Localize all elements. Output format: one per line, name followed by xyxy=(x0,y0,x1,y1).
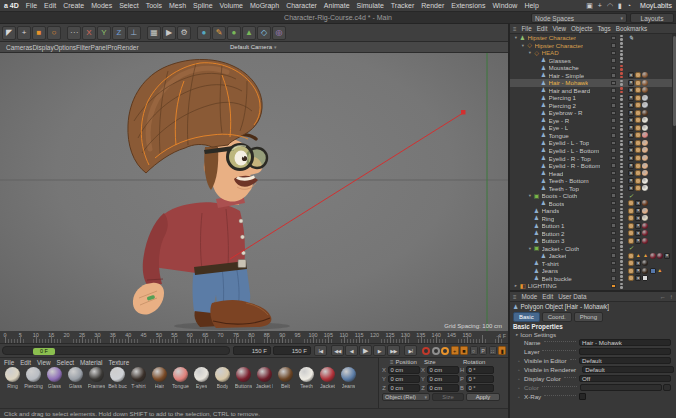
battery-icon[interactable]: ▮ xyxy=(618,2,622,10)
visibility-dots[interactable] xyxy=(618,72,625,78)
layer-chip[interactable] xyxy=(611,111,616,116)
weight-tag-icon[interactable]: × xyxy=(628,185,634,191)
viewport-menu-panel[interactable]: Panel xyxy=(91,44,108,51)
skin-tag-icon[interactable] xyxy=(635,170,641,176)
skin-tag-icon[interactable] xyxy=(628,230,634,236)
material-menu-texture[interactable]: Texture xyxy=(108,359,129,366)
material-tag-icon[interactable] xyxy=(642,140,648,146)
object-tree-item[interactable]: ♟Teeth - Top× xyxy=(510,184,676,192)
weight-tag-icon[interactable]: × xyxy=(635,260,641,266)
object-tree-item[interactable]: ♟Hair - Mohawk× xyxy=(510,79,676,87)
layer-chip[interactable] xyxy=(611,81,616,86)
skin-tag-icon[interactable] xyxy=(628,260,634,266)
lock-x-axis-button[interactable]: X xyxy=(82,26,96,40)
object-menu-tags[interactable]: Tags xyxy=(597,25,610,32)
material-tag-icon[interactable] xyxy=(642,223,648,229)
render-visibility-dot[interactable] xyxy=(620,128,622,130)
material-item[interactable]: Piercing xyxy=(23,367,44,389)
menu-window[interactable]: Window xyxy=(492,2,517,9)
visibility-dots[interactable] xyxy=(618,57,625,63)
object-tree-item[interactable]: ♟Piercing 2× xyxy=(510,102,676,110)
skin-tag-icon[interactable] xyxy=(635,87,641,93)
weight-tag-icon[interactable]: × xyxy=(628,72,634,78)
layer-chip[interactable] xyxy=(611,268,616,273)
menu-extensions[interactable]: Extensions xyxy=(451,2,485,9)
visible-editor-dropdown[interactable]: Default xyxy=(579,357,671,365)
visibility-dots[interactable] xyxy=(618,275,625,281)
layer-chip[interactable] xyxy=(611,156,616,161)
render-visibility-dot[interactable] xyxy=(620,241,622,243)
camera-hud[interactable]: Default Camera ▾ xyxy=(230,44,277,50)
menu-edit[interactable]: Edit xyxy=(44,2,56,9)
layer-chip[interactable] xyxy=(611,223,616,228)
weight-tag-icon[interactable]: × xyxy=(635,223,641,229)
render-visibility-dot[interactable] xyxy=(620,76,622,78)
layer-chip[interactable] xyxy=(611,133,616,138)
lock-z-axis-button[interactable]: Z xyxy=(112,26,126,40)
object-menu-edit[interactable]: Edit xyxy=(537,25,548,32)
editor-visibility-dot[interactable] xyxy=(620,275,622,277)
warning-icon[interactable]: ▲ xyxy=(635,253,641,259)
frame-field-1[interactable]: 150 F xyxy=(273,346,311,355)
render-picture-viewer-button[interactable]: ▶ xyxy=(162,26,176,40)
weight-tag-icon[interactable]: × xyxy=(628,132,634,138)
skin-tag-icon[interactable] xyxy=(628,238,634,244)
visibility-dots[interactable] xyxy=(618,245,625,251)
layer-chip[interactable] xyxy=(611,163,616,168)
material-item[interactable]: Hair xyxy=(149,367,170,389)
visibility-dots[interactable] xyxy=(618,238,625,244)
object-menu-view[interactable]: View xyxy=(553,25,567,32)
visibility-dots[interactable] xyxy=(618,133,625,139)
prev-key-button[interactable]: ◀◀ xyxy=(331,345,344,356)
weight-tag-icon[interactable]: × xyxy=(628,163,634,169)
material-item[interactable]: Jeans xyxy=(338,367,359,389)
coord-field[interactable]: 0 ° xyxy=(466,384,494,392)
render-visibility-dot[interactable] xyxy=(620,249,622,251)
material-tag-icon[interactable] xyxy=(642,87,648,93)
material-item[interactable]: Glass xyxy=(44,367,65,389)
layer-chip[interactable] xyxy=(611,171,616,176)
object-tree-item[interactable]: ♟Glasses xyxy=(510,57,676,65)
skin-tag-icon[interactable] xyxy=(628,200,634,206)
object-menu-objects[interactable]: Objects xyxy=(571,25,592,32)
editor-visibility-dot[interactable] xyxy=(620,95,622,97)
prev-frame-button[interactable]: ◀ xyxy=(345,345,358,356)
editor-visibility-dot[interactable] xyxy=(620,185,622,187)
tab-phong[interactable]: Phong xyxy=(574,312,603,322)
deformers-button[interactable]: ◎ xyxy=(272,26,286,40)
editor-visibility-dot[interactable] xyxy=(620,155,622,157)
weight-tag-icon[interactable]: × xyxy=(635,230,641,236)
layer-chip[interactable] xyxy=(611,96,616,101)
material-tag-icon[interactable] xyxy=(642,260,648,266)
weight-tag-icon[interactable]: × xyxy=(635,200,641,206)
layer-chip[interactable] xyxy=(611,51,616,56)
layer-field[interactable] xyxy=(579,348,671,356)
layer-chip[interactable] xyxy=(611,276,616,281)
render-visibility-dot[interactable] xyxy=(620,264,622,266)
nav-back-icon[interactable]: ← xyxy=(660,293,666,300)
key-parameter-button[interactable]: P xyxy=(479,346,487,355)
object-tree-item[interactable]: ▾◇Hipster Character xyxy=(510,42,676,50)
material-menu-material[interactable]: Material xyxy=(80,359,102,366)
menu-mograph[interactable]: MoGraph xyxy=(250,2,279,9)
layer-chip[interactable] xyxy=(611,148,616,153)
material-item[interactable]: Buttons xyxy=(233,367,254,389)
coord-field[interactable]: 0 cm xyxy=(427,384,459,392)
primitive-objects-button[interactable]: ● xyxy=(197,26,211,40)
material-tag-icon[interactable] xyxy=(642,268,648,274)
weight-tag-icon[interactable]: × xyxy=(628,102,634,108)
visibility-dots[interactable] xyxy=(618,155,625,161)
coord-field[interactable]: 0 cm xyxy=(388,366,420,374)
render-visibility-dot[interactable] xyxy=(620,83,622,85)
object-tree-item[interactable]: ♟Hair - Simple× xyxy=(510,72,676,80)
object-tree-item[interactable]: ♟Eyelid - R - Bottom× xyxy=(510,162,676,170)
editor-visibility-dot[interactable] xyxy=(620,110,622,112)
layer-chip[interactable] xyxy=(611,231,616,236)
visible-renderer-dropdown[interactable]: Default xyxy=(582,366,674,374)
key-position-button[interactable]: + xyxy=(451,346,459,355)
play-button[interactable]: ▶ xyxy=(359,345,372,356)
editor-visibility-dot[interactable] xyxy=(620,200,622,202)
render-visibility-dot[interactable] xyxy=(620,204,622,206)
object-tree-item[interactable]: ♟Eyelid - L - Top× xyxy=(510,139,676,147)
layer-chip[interactable] xyxy=(611,246,616,251)
